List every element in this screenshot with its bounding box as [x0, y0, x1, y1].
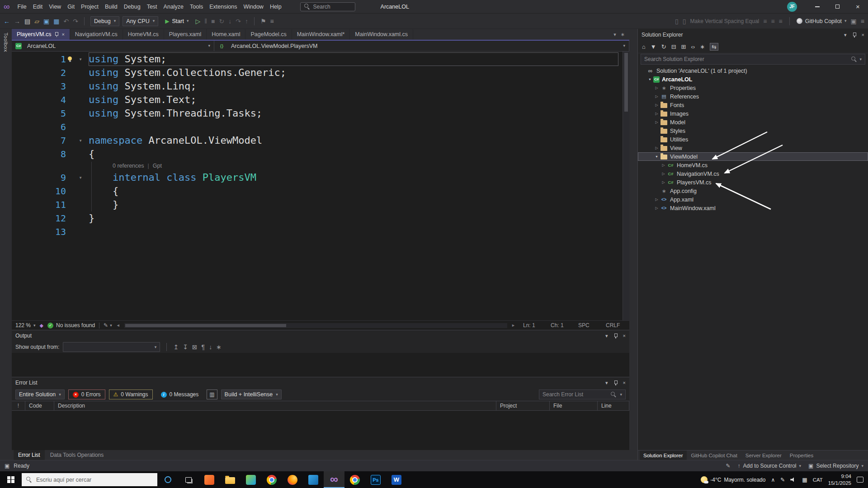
- cortana-button[interactable]: [157, 471, 178, 488]
- expander-icon[interactable]: ▷: [653, 146, 660, 150]
- stop-icon[interactable]: ■: [211, 18, 215, 24]
- menu-window[interactable]: Window: [240, 0, 266, 14]
- user-avatar[interactable]: JF: [787, 2, 797, 12]
- taskbar-app-file-explorer[interactable]: [220, 471, 241, 488]
- minimize-button[interactable]: [807, 0, 827, 14]
- document-health-indicator[interactable]: ✓No issues found: [47, 322, 95, 328]
- close-panel-icon[interactable]: ×: [623, 380, 626, 385]
- multiselect-icon[interactable]: ▥: [207, 389, 217, 399]
- zoom-level-dropdown[interactable]: 122 %▾: [15, 322, 36, 328]
- collapse-all-icon[interactable]: ⊟: [671, 44, 676, 50]
- toolbox-tab[interactable]: Toolbox: [0, 29, 12, 460]
- panel-tab-error-list[interactable]: Error List: [14, 450, 45, 460]
- horizontal-scrollbar[interactable]: [124, 323, 507, 328]
- add-to-source-control-button[interactable]: ↑Add to Source Control▾: [737, 463, 801, 469]
- close-panel-icon[interactable]: ×: [862, 32, 864, 38]
- type-member-dropdown[interactable]: {} ArcaneLOL.ViewModel.PlayersVM ▾: [214, 41, 629, 51]
- notification-center-icon[interactable]: [857, 477, 863, 483]
- expander-icon[interactable]: ▼: [646, 78, 653, 81]
- tree-item-styles[interactable]: Styles: [638, 127, 868, 135]
- tree-item-app-config[interactable]: ∗App.config: [638, 187, 868, 195]
- build-intellisense-dropdown[interactable]: Build + IntelliSense▾: [221, 389, 282, 399]
- expander-icon[interactable]: ▷: [653, 94, 660, 99]
- tray-keyboard-icon[interactable]: ▦: [802, 477, 807, 483]
- tab-pagemodel-cs[interactable]: PageModel.cs: [245, 29, 292, 40]
- platform-dropdown[interactable]: Any CPU▾: [123, 16, 158, 26]
- tray-pen-icon[interactable]: ✎: [780, 477, 785, 483]
- error-list-content[interactable]: [12, 411, 629, 450]
- task-list-icon[interactable]: ≡: [270, 18, 274, 24]
- prev-message-icon[interactable]: ↥: [173, 344, 179, 350]
- background-tasks-icon[interactable]: ▣: [5, 463, 9, 469]
- fold-marker-icon[interactable]: ▾: [72, 171, 89, 184]
- panel-menu-icon[interactable]: ▾: [605, 333, 608, 339]
- solution-search-box[interactable]: Search Solution Explorer ▾: [641, 54, 865, 65]
- step-into-icon[interactable]: ↓: [228, 18, 231, 24]
- expander-icon[interactable]: ▷: [653, 112, 660, 116]
- tab-mainwindow-xaml-cs[interactable]: MainWindow.xaml.cs: [350, 29, 413, 40]
- editor-options-icon[interactable]: ∗: [621, 32, 625, 38]
- menu-test[interactable]: Test: [144, 0, 160, 14]
- step-out-icon[interactable]: ↑: [245, 18, 248, 24]
- new-project-icon[interactable]: ▤: [24, 18, 30, 24]
- hscroll-thumb[interactable]: [125, 324, 286, 327]
- refresh-icon[interactable]: ↻: [661, 44, 666, 50]
- settings-icon[interactable]: ∗: [216, 344, 222, 350]
- expander-icon[interactable]: ▷: [660, 180, 667, 184]
- weather-widget[interactable]: -4°C Mayorm. soleado: [701, 476, 765, 483]
- next-message-icon[interactable]: ↧: [183, 344, 188, 350]
- expander-icon[interactable]: ▷: [653, 120, 660, 124]
- column-description[interactable]: Description: [54, 401, 496, 410]
- taskbar-app-chrome[interactable]: [261, 471, 282, 488]
- start-debugging-button[interactable]: ▶Start▾: [161, 16, 192, 26]
- pin-icon[interactable]: [613, 380, 618, 385]
- tree-item-utilities[interactable]: Utilities: [638, 135, 868, 144]
- pin-icon[interactable]: [852, 32, 856, 38]
- volume-icon[interactable]: [790, 477, 797, 483]
- tree-item-app-xaml[interactable]: ▷<>App.xaml: [638, 195, 868, 204]
- panel-menu-icon[interactable]: ▾: [605, 380, 608, 386]
- expander-icon[interactable]: ▼: [653, 155, 660, 158]
- tab-home-xaml[interactable]: Home.xaml: [207, 29, 245, 40]
- menu-tools[interactable]: Tools: [187, 0, 206, 14]
- tree-item-solution-arcanelol-1-of-1-project[interactable]: ∞Solution 'ArcaneLOL' (1 of 1 project): [638, 66, 868, 75]
- filter-icon[interactable]: ▼: [651, 44, 656, 50]
- view-code-icon[interactable]: ‹›: [691, 44, 695, 50]
- expander-icon[interactable]: ▷: [653, 197, 660, 202]
- column-file[interactable]: File: [550, 401, 598, 410]
- code-line-2[interactable]: 2using System.Collections.Generic;: [12, 66, 629, 80]
- expander-icon[interactable]: ▷: [653, 103, 660, 107]
- vertical-spacing-icon[interactable]: ▯: [675, 18, 679, 24]
- menu-extensions[interactable]: Extensions: [206, 0, 240, 14]
- code-line-12[interactable]: 12}: [12, 211, 629, 225]
- code-line-5[interactable]: 5using System.Threading.Tasks;: [12, 107, 629, 120]
- close-button[interactable]: ×: [848, 0, 868, 14]
- align-centers-icon[interactable]: ≡: [771, 18, 774, 24]
- tab-players-xaml[interactable]: Players.xaml: [164, 29, 207, 40]
- sync-active-document-icon[interactable]: ⇆: [710, 43, 718, 51]
- properties-icon[interactable]: ∗: [700, 44, 705, 50]
- navigate-back-icon[interactable]: ←: [4, 18, 10, 24]
- error-list-search[interactable]: Search Error List ▾: [539, 389, 626, 399]
- quick-search-box[interactable]: Search: [300, 2, 355, 11]
- code-line-9[interactable]: 9▾ internal class PlayersVM: [12, 171, 629, 184]
- align-lefts-icon[interactable]: ≡: [763, 18, 767, 24]
- word-wrap-icon[interactable]: ¶: [202, 344, 205, 350]
- fold-marker-icon[interactable]: ▾: [72, 52, 89, 66]
- column-line[interactable]: Line: [598, 401, 629, 410]
- configuration-dropdown[interactable]: Debug▾: [90, 16, 119, 26]
- lightbulb-icon[interactable]: [68, 56, 72, 61]
- menu-git[interactable]: Git: [64, 0, 78, 14]
- code-line-6[interactable]: 6: [12, 120, 629, 134]
- tab-playersvm-cs[interactable]: PlayersVM.cs×: [12, 29, 70, 40]
- taskbar-app-word[interactable]: W: [386, 471, 407, 488]
- pause-icon[interactable]: ‖: [204, 18, 207, 24]
- select-repository-button[interactable]: ▣Select Repository▾: [808, 463, 863, 469]
- panel-tab-data-tools-operations[interactable]: Data Tools Operations: [46, 450, 108, 460]
- project-dropdown[interactable]: C# ArcaneLOL ▾: [12, 41, 214, 51]
- code-line-8[interactable]: 8{: [12, 147, 629, 161]
- tree-item-viewmodel[interactable]: ▼ViewModel: [638, 152, 868, 161]
- tree-item-fonts[interactable]: ▷Fonts: [638, 101, 868, 109]
- clock[interactable]: 9:04 15/1/2025: [828, 473, 851, 486]
- close-tab-icon[interactable]: ×: [61, 32, 64, 37]
